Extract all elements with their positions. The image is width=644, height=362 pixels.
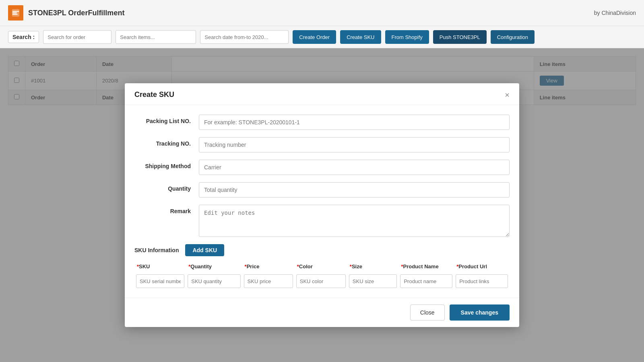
close-modal-button[interactable]: Close [410, 304, 445, 321]
shipping-method-label: Shipping Method [134, 160, 199, 169]
sku-product-name-input[interactable] [400, 274, 452, 288]
packing-list-row: Packing List NO. [134, 115, 510, 130]
remark-label: Remark [134, 205, 199, 214]
search-label: Search : [8, 31, 39, 43]
sku-col-header-sku: *SKU [134, 262, 186, 273]
sku-col-header-price: *Price [242, 262, 295, 273]
sku-row [134, 273, 510, 290]
sku-section-header: SKU Information Add SKU [134, 244, 510, 256]
shipping-method-input[interactable] [199, 160, 510, 175]
quantity-label: Quantity [134, 182, 199, 192]
toolbar: Search : Create Order Create SKU From Sh… [0, 26, 644, 48]
main-content: Order Date Line items #1001 2020/8 View … [0, 48, 644, 362]
create-sku-button[interactable]: Create SKU [340, 30, 381, 44]
modal-header: Create SKU × [125, 83, 519, 105]
modal-body: Packing List NO. Tracking NO. Shipping M… [125, 105, 519, 298]
create-sku-modal: Create SKU × Packing List NO. Tracking N… [125, 83, 519, 327]
sku-size-input[interactable] [349, 274, 397, 288]
tracking-no-label: Tracking NO. [134, 137, 199, 147]
from-shopify-button[interactable]: From Shopify [385, 30, 429, 44]
modal-footer: Close Save changes [125, 298, 519, 327]
add-sku-button[interactable]: Add SKU [185, 244, 224, 256]
save-changes-button[interactable]: Save changes [450, 304, 510, 321]
shipping-method-row: Shipping Method [134, 160, 510, 175]
remark-input[interactable] [199, 205, 510, 237]
sku-col-header-size: *Size [347, 262, 399, 273]
modal-title: Create SKU [134, 90, 174, 99]
sku-price-input[interactable] [244, 274, 293, 288]
quantity-row: Quantity [134, 182, 510, 197]
modal-overlay: Create SKU × Packing List NO. Tracking N… [0, 48, 644, 362]
sku-col-header-url: *Product Url [454, 262, 510, 273]
configuration-button[interactable]: Configuration [491, 30, 535, 44]
sku-product-url-input[interactable] [456, 274, 508, 288]
sku-quantity-input[interactable] [188, 274, 240, 288]
topbar: STONE3PL OrderFulfillment by ChinaDivisi… [0, 0, 644, 26]
sku-table: *SKU *Quantity *Price *Color *Size *Prod… [134, 262, 510, 290]
sku-color-input[interactable] [296, 274, 346, 288]
logo [8, 5, 23, 21]
search-input-2[interactable] [116, 30, 196, 44]
create-order-button[interactable]: Create Order [293, 30, 336, 44]
packing-list-input[interactable] [199, 115, 510, 130]
packing-list-label: Packing List NO. [134, 115, 199, 124]
sku-col-header-name: *Product Name [398, 262, 454, 273]
app-title: STONE3PL OrderFulfillment [28, 9, 124, 17]
sku-col-header-color: *Color [295, 262, 347, 273]
tracking-no-input[interactable] [199, 137, 510, 152]
search-input-3[interactable] [200, 30, 289, 44]
quantity-input[interactable] [199, 182, 510, 197]
search-input[interactable] [43, 30, 111, 44]
sku-serial-input[interactable] [136, 274, 184, 288]
byline: by ChinaDivision [594, 10, 636, 16]
push-stone3pl-button[interactable]: Push STONE3PL [433, 30, 487, 44]
sku-section-label: SKU Information [134, 247, 179, 253]
tracking-no-row: Tracking NO. [134, 137, 510, 152]
sku-section: SKU Information Add SKU *SKU *Quantity *… [134, 244, 510, 290]
modal-close-button[interactable]: × [505, 91, 510, 99]
remark-row: Remark [134, 205, 510, 237]
sku-col-header-qty: *Quantity [186, 262, 242, 273]
